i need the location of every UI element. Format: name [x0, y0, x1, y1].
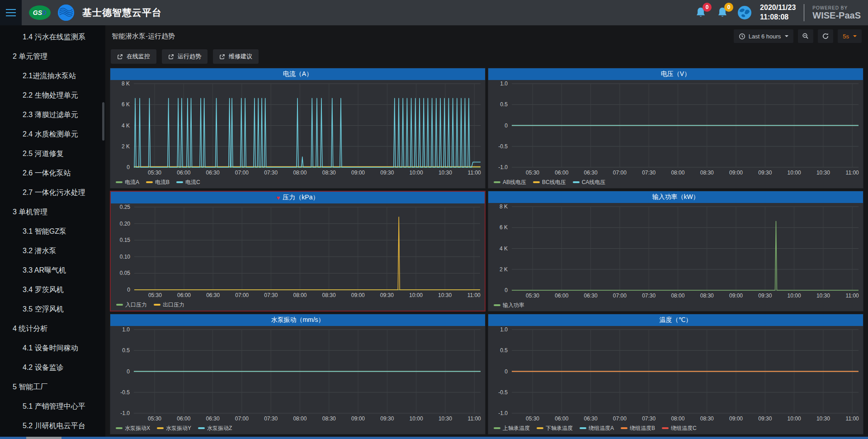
legend-item[interactable]: 绕组温度C	[662, 425, 697, 432]
legend-item[interactable]: 电流C	[176, 179, 200, 186]
charts-grid: 电流（A）8 K6 K4 K2 K005:3006:0006:3007:0007…	[105, 68, 868, 439]
legend-item[interactable]: 电流B	[146, 179, 170, 186]
globe-language-button[interactable]	[737, 5, 752, 20]
sidebar-item-15[interactable]: 3.5 空浮风机	[0, 299, 105, 319]
chart-title[interactable]: 温度（℃）	[488, 314, 863, 326]
y-tick-label: 0	[505, 287, 508, 293]
legend-item[interactable]: 入口压力	[116, 301, 147, 309]
sidebar-item-17[interactable]: 4.1 设备时间稼动	[0, 338, 105, 358]
y-tick-label: 0.20	[120, 221, 130, 227]
chart-title[interactable]: 输入功率（kW）	[488, 191, 863, 203]
time-range-picker[interactable]: Last 6 hours	[734, 29, 794, 43]
legend-color-dash	[533, 181, 540, 183]
sidebar-item-12[interactable]: 3.2 潜水泵	[0, 241, 105, 260]
sidebar-item-13[interactable]: 3.3 AR曝气机	[0, 260, 105, 280]
sidebar-item-14[interactable]: 3.4 罗茨风机	[0, 280, 105, 299]
sidebar-item-4[interactable]: 2.2 生物处理单元	[0, 85, 105, 105]
legend-item[interactable]: 绕组温度B	[621, 425, 655, 432]
x-axis: 05:3006:0006:3007:0007:3008:0008:3009:00…	[134, 290, 480, 299]
sidebar-scrollbar[interactable]	[102, 102, 104, 141]
chart-title-text: 电流（A）	[283, 70, 312, 78]
sidebar-item-9[interactable]: 2.7 一体化污水处理	[0, 183, 105, 202]
legend-item[interactable]: AB线电压	[494, 179, 526, 186]
x-tick-label: 06:30	[206, 292, 220, 298]
legend-color-dash	[494, 304, 500, 306]
legend-label: CA线电压	[582, 179, 606, 186]
sidebar-item-18[interactable]: 4.2 设备监诊	[0, 358, 105, 377]
legend-item[interactable]: 绕组温度A	[580, 425, 614, 432]
sidebar-item-1[interactable]: 1.4 污水在线监测系	[0, 27, 105, 47]
sidebar-item-6[interactable]: 2.4 水质检测单元	[0, 124, 105, 144]
y-tick-label: 8 K	[500, 203, 508, 210]
sidebar-item-19[interactable]: 5 智能工厂	[0, 377, 105, 397]
legend-item[interactable]: 下轴承温度	[537, 425, 573, 432]
link-maintenance-advice[interactable]: 维修建议	[213, 49, 259, 64]
powered-by-block: POWERED BY WISE-PaaS	[812, 5, 861, 20]
link-online-monitoring[interactable]: 在线监控	[111, 49, 156, 64]
refresh-button[interactable]	[818, 29, 833, 43]
x-axis: 05:3006:0006:3007:0007:3008:0008:3009:00…	[134, 413, 481, 422]
x-tick-label: 08:00	[671, 293, 684, 299]
plot-area	[512, 84, 859, 167]
y-tick-label: 0.5	[500, 101, 508, 108]
x-tick-label: 10:00	[410, 415, 423, 422]
sidebar-item-20[interactable]: 5.1 产销管理中心平	[0, 397, 105, 416]
chart-title-text: 电压（V）	[661, 70, 690, 78]
sidebar-item-2[interactable]: 2 单元管理	[0, 47, 105, 66]
legend-item[interactable]: 上轴承温度	[494, 425, 530, 432]
sidebar-item-5[interactable]: 2.3 薄膜过滤单元	[0, 105, 105, 124]
x-tick-label: 08:30	[322, 170, 336, 176]
legend-item[interactable]: 电流A	[116, 179, 139, 186]
horizontal-scrollbar[interactable]	[0, 437, 868, 439]
x-tick-label: 05:30	[148, 415, 161, 422]
alert-heart-icon: ♥	[277, 194, 280, 201]
sidebar-item-16[interactable]: 4 统计分析	[0, 319, 105, 338]
legend-color-dash	[198, 427, 205, 429]
x-tick-label: 10:00	[788, 415, 801, 422]
menu-toggle-icon[interactable]	[0, 0, 22, 25]
chart-title[interactable]: 水泵振动（mm/s）	[110, 314, 485, 326]
chart-panel-3: ♥压力（kPa）0.250.200.150.100.05005:3006:000…	[110, 191, 486, 312]
sidebar-item-10[interactable]: 3 单机管理	[0, 202, 105, 222]
x-tick-label: 08:30	[700, 415, 714, 422]
x-tick-label: 07:30	[642, 293, 656, 299]
chart-title[interactable]: 电压（V）	[488, 68, 863, 80]
alarm-bell-button-1[interactable]: 0	[694, 6, 708, 19]
alarm-bell-button-2[interactable]: 0	[716, 6, 729, 19]
powered-by-label: POWERED BY	[812, 5, 861, 10]
link-run-trend[interactable]: 运行趋势	[162, 49, 208, 64]
plot-area	[134, 84, 481, 167]
legend-item[interactable]: 输入功率	[494, 302, 524, 309]
chart-title-text: 温度（℃）	[660, 316, 692, 324]
chart-title[interactable]: ♥压力（kPa）	[111, 192, 485, 203]
x-tick-label: 07:30	[642, 170, 656, 176]
legend-item[interactable]: 水泵振动X	[116, 425, 150, 432]
datetime-display: 2020/11/23 11:08:08	[760, 3, 796, 22]
legend-color-dash	[537, 427, 543, 429]
sidebar-item-8[interactable]: 2.6 一体化泵站	[0, 163, 105, 183]
legend-item[interactable]: BC线电压	[533, 179, 566, 186]
legend-item[interactable]: CA线电压	[573, 179, 606, 186]
chart-title[interactable]: 电流（A）	[110, 68, 485, 80]
legend-label: 绕组温度A	[589, 425, 614, 432]
legend-item[interactable]: 出口压力	[154, 301, 184, 309]
legend-label: 输入功率	[503, 302, 524, 309]
external-link-icon	[117, 54, 123, 60]
zoom-out-button[interactable]	[798, 29, 813, 43]
sidebar-item-3[interactable]: 2.1进流抽水泵站	[0, 66, 105, 85]
refresh-interval-dropdown[interactable]: 5s	[838, 29, 862, 43]
legend-color-dash	[157, 427, 164, 429]
legend-item[interactable]: 水泵振动Z	[198, 425, 232, 432]
chart-panel-5: 水泵振动（mm/s）1.00.50-0.5-1.005:3006:0006:30…	[110, 314, 486, 434]
x-tick-label: 09:00	[351, 292, 365, 298]
sidebar-item-11[interactable]: 3.1 智能GZ泵	[0, 222, 105, 241]
x-tick-label: 05:30	[526, 170, 539, 176]
legend-label: AB线电压	[503, 179, 526, 186]
sidebar-item-7[interactable]: 2.5 河道修复	[0, 144, 105, 163]
legend-item[interactable]: 水泵振动Y	[157, 425, 191, 432]
horizontal-scrollbar-thumb[interactable]	[26, 437, 61, 439]
external-link-icon	[168, 54, 174, 60]
sidebar-item-21[interactable]: 5.2 川研机电云平台	[0, 416, 105, 435]
legend-color-dash	[580, 427, 586, 429]
x-tick-label: 06:30	[584, 293, 598, 299]
